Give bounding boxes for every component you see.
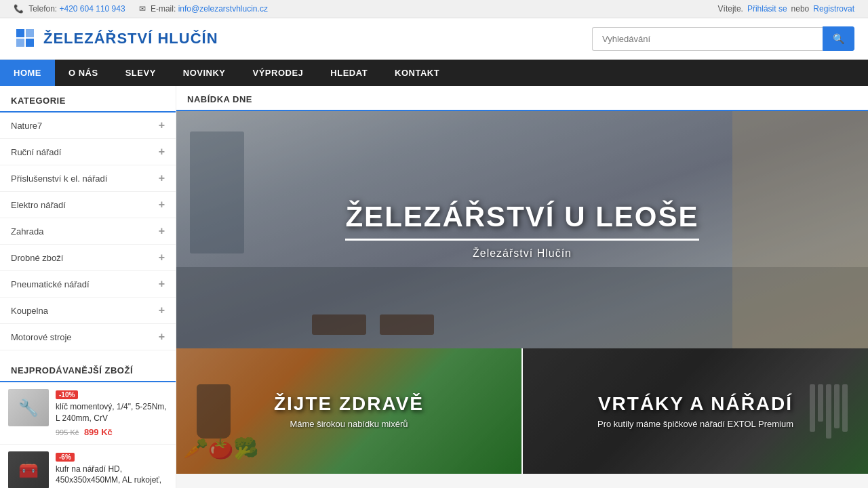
top-bar-right: Vítejte. Přihlásit se nebo Registrovat (718, 4, 854, 14)
banner-left-text: ŽIJTE ZDRAVĚ Máme širokou nabídku mixérů (274, 393, 424, 429)
category-label: Příslušenství k el. nářadí (11, 174, 107, 184)
banner-left-subtitle: Máme širokou nabídku mixérů (274, 419, 424, 429)
hero-text: ŽELEZÁŘSTVÍ U LEOŠE Železářství Hlučín (345, 201, 698, 260)
hero-title: ŽELEZÁŘSTVÍ U LEOŠE (345, 201, 698, 241)
hero-banner[interactable]: ŽELEZÁŘSTVÍ U LEOŠE Železářství Hlučín (176, 111, 868, 348)
price-old-1: 995 Kč (56, 428, 79, 436)
expand-icon: + (159, 119, 165, 131)
or-text: nebo (791, 4, 810, 14)
category-label: Elektro nářadí (11, 200, 66, 210)
banner-right-title: VRTÁKY A NÁŘADÍ (597, 393, 793, 415)
search-bar: 🔍 (592, 26, 854, 51)
content-area: NABÍDKA DNE ŽELEZÁŘSTVÍ U LEOŠE Železářs… (176, 86, 868, 488)
category-label: Nature7 (11, 121, 42, 131)
discount-badge-2: -6% (56, 453, 75, 462)
sub-banners: 🥕🍅🥦 ŽIJTE ZDRAVĚ Máme širokou nabídku mi… (176, 348, 868, 474)
top-bar-left: 📞 Telefon: +420 604 110 943 ✉ E-mail: in… (14, 4, 268, 14)
main-nav: HOME O NÁS SLEVY NOVINKY VÝPRODEJ HLEDAT… (0, 60, 868, 86)
svg-rect-0 (16, 29, 24, 37)
category-label: Motorové stroje (11, 332, 72, 342)
expand-icon: + (159, 251, 165, 264)
search-input[interactable] (592, 27, 823, 51)
expand-icon: + (159, 278, 165, 290)
top-bar: 📞 Telefon: +420 604 110 943 ✉ E-mail: in… (0, 0, 868, 18)
nav-item-hledat[interactable]: HLEDAT (317, 60, 381, 86)
nav-item-slevy[interactable]: SLEVY (112, 60, 170, 86)
logo-icon (14, 26, 38, 51)
sidebar-item-zahrada[interactable]: Zahrada + (0, 218, 176, 245)
nabidka-label: NABÍDKA DNE (187, 94, 252, 110)
svg-rect-2 (16, 39, 24, 47)
sidebar: KATEGORIE Nature7 + Ruční nářadí + Přísl… (0, 86, 176, 488)
sub-banner-tools[interactable]: VRTÁKY A NÁŘADÍ Pro kutily máme špičkové… (523, 348, 868, 474)
sidebar-item-nature7[interactable]: Nature7 + (0, 113, 176, 139)
product-info-1: -10% klíč momentový, 1/4", 5-25Nm, L 240… (56, 389, 167, 437)
product-info-2: -6% kufr na nářadí HD, 450x350x450MM, AL… (56, 451, 167, 488)
logo[interactable]: ŽELEZÁŘSTVÍ HLUČÍN (14, 26, 218, 51)
phone-number[interactable]: +420 604 110 943 (60, 4, 125, 14)
price-new-1: 899 Kč (84, 427, 113, 437)
expand-icon: + (159, 199, 165, 211)
wrench-icon: 🔧 (8, 389, 49, 426)
sidebar-item-drobne[interactable]: Drobné zboží + (0, 245, 176, 271)
banner-left-title: ŽIJTE ZDRAVĚ (274, 393, 424, 415)
svg-rect-3 (26, 39, 34, 47)
sub-banner-health[interactable]: 🥕🍅🥦 ŽIJTE ZDRAVĚ Máme širokou nabídku mi… (176, 348, 521, 474)
content-header: NABÍDKA DNE (176, 86, 868, 111)
nav-item-kontakt[interactable]: KONTAKT (381, 60, 453, 86)
nav-item-onas[interactable]: O NÁS (55, 60, 112, 86)
welcome-text: Vítejte. (718, 4, 743, 14)
nav-item-novinky[interactable]: NOVINKY (170, 60, 239, 86)
phone-icon: 📞 (14, 4, 24, 14)
logo-text: ŽELEZÁŘSTVÍ HLUČÍN (43, 30, 218, 47)
product-name-2: kufr na nářadí HD, 450x350x450MM, AL ruk… (56, 464, 167, 488)
svg-rect-1 (26, 29, 34, 37)
email-address[interactable]: info@zelezarstvhlucin.cz (178, 4, 268, 14)
product-image-1: 🔧 (8, 389, 49, 426)
sidebar-item-koupelna[interactable]: Koupelna + (0, 298, 176, 324)
discount-badge-1: -10% (56, 390, 78, 399)
expand-icon: + (159, 225, 165, 237)
email-icon: ✉ (139, 4, 146, 14)
email-info: ✉ E-mail: info@zelezarstvhlucin.cz (139, 4, 268, 14)
categories-title: KATEGORIE (0, 86, 176, 113)
product-item-1[interactable]: 🔧 -10% klíč momentový, 1/4", 5-25Nm, L 2… (0, 382, 176, 445)
main-content: KATEGORIE Nature7 + Ruční nářadí + Přísl… (0, 86, 868, 488)
expand-icon: + (159, 331, 165, 343)
sidebar-item-rucni[interactable]: Ruční nářadí + (0, 139, 176, 165)
expand-icon: + (159, 146, 165, 158)
product-item-2[interactable]: 🧰 -6% kufr na nářadí HD, 450x350x450MM, … (0, 445, 176, 488)
banner-right-subtitle: Pro kutily máme špičkové nářadí EXTOL Pr… (597, 419, 793, 429)
category-label: Koupelna (11, 306, 48, 316)
login-link[interactable]: Přihlásit se (747, 4, 787, 14)
register-link[interactable]: Registrovat (813, 4, 854, 14)
phone-label: Telefon: (28, 4, 57, 14)
header: ŽELEZÁŘSTVÍ HLUČÍN 🔍 (0, 18, 868, 60)
hero-subtitle: Železářství Hlučín (345, 247, 698, 260)
email-label: E-mail: (151, 4, 176, 14)
search-button[interactable]: 🔍 (823, 26, 854, 51)
product-name-1: klíč momentový, 1/4", 5-25Nm, L 240mm, C… (56, 401, 167, 424)
banner-right-text: VRTÁKY A NÁŘADÍ Pro kutily máme špičkové… (597, 393, 793, 429)
toolbox-icon: 🧰 (8, 451, 49, 488)
search-icon: 🔍 (833, 33, 844, 44)
expand-icon: + (159, 304, 165, 317)
category-label: Pneumatické nářadí (11, 279, 90, 289)
sidebar-item-prislusenstvi[interactable]: Příslušenství k el. nářadí + (0, 165, 176, 192)
sidebar-item-elektro[interactable]: Elektro nářadí + (0, 192, 176, 218)
nav-item-vyprodej[interactable]: VÝPRODEJ (239, 60, 317, 86)
bestsellers-title: NEJPRODÁVANĚJŠÍ ZBOŽÍ (0, 356, 176, 382)
category-label: Drobné zboží (11, 253, 63, 263)
phone-info: 📞 Telefon: +420 604 110 943 (14, 4, 125, 14)
product-image-2: 🧰 (8, 451, 49, 488)
nav-item-home[interactable]: HOME (0, 60, 55, 86)
category-label: Ruční nářadí (11, 147, 61, 157)
product-prices-1: 995 Kč 899 Kč (56, 427, 167, 437)
category-label: Zahrada (11, 226, 43, 237)
sidebar-item-pneumaticke[interactable]: Pneumatické nářadí + (0, 271, 176, 298)
sidebar-item-motorove[interactable]: Motorové stroje + (0, 324, 176, 350)
expand-icon: + (159, 172, 165, 184)
